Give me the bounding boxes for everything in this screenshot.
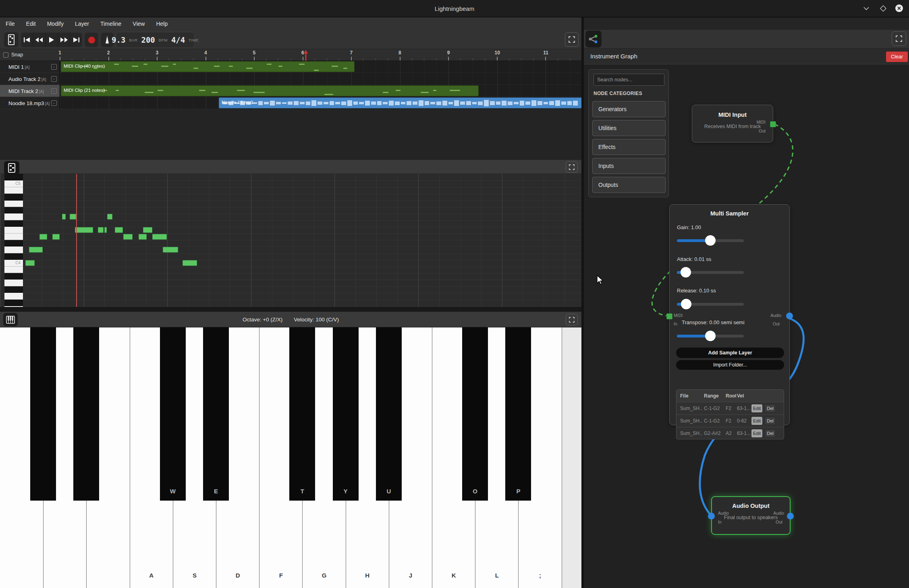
piano-roll-mode-button[interactable] bbox=[4, 161, 19, 175]
mini-black-key[interactable] bbox=[4, 220, 23, 227]
black-key-5[interactable]: E bbox=[203, 327, 229, 501]
mini-black-key[interactable] bbox=[4, 273, 23, 280]
black-key-7[interactable]: T bbox=[289, 327, 315, 501]
edit-button[interactable]: Edit bbox=[751, 429, 762, 437]
gain-slider[interactable] bbox=[677, 239, 744, 242]
midi-note[interactable] bbox=[39, 234, 47, 240]
midi-note[interactable] bbox=[75, 227, 93, 233]
track-mute-checkbox[interactable]: - bbox=[51, 64, 57, 70]
mini-black-key[interactable] bbox=[4, 240, 23, 246]
black-key-2[interactable] bbox=[73, 327, 99, 501]
midi-note[interactable] bbox=[152, 234, 167, 240]
piano-roll-expand-button[interactable] bbox=[566, 161, 578, 173]
import-folder-button[interactable]: Import Folder... bbox=[676, 360, 784, 370]
menu-item-edit[interactable]: Edit bbox=[21, 17, 42, 31]
delete-button[interactable]: Del bbox=[765, 429, 776, 437]
mini-white-key[interactable] bbox=[4, 280, 23, 286]
track-row-3[interactable]: MIDI Track 2[A]- bbox=[0, 85, 60, 97]
delete-button[interactable]: Del bbox=[765, 417, 776, 425]
midi-note[interactable] bbox=[139, 234, 147, 240]
mini-white-key[interactable]: C5 bbox=[4, 180, 23, 187]
menu-item-view[interactable]: View bbox=[127, 17, 150, 31]
track-mute-checkbox[interactable]: - bbox=[51, 100, 57, 106]
midi-note[interactable] bbox=[98, 227, 104, 233]
midi-note[interactable] bbox=[70, 214, 76, 219]
mini-black-key[interactable] bbox=[4, 194, 23, 200]
midi-note[interactable] bbox=[62, 214, 66, 219]
piano-roll-keys[interactable]: C5C4 bbox=[4, 174, 23, 307]
timeline-mode-button[interactable] bbox=[4, 32, 19, 47]
audio-out-port[interactable] bbox=[786, 313, 793, 319]
audio-in-port[interactable] bbox=[708, 513, 715, 520]
black-key-1[interactable] bbox=[30, 327, 56, 501]
timeline-expand-button[interactable] bbox=[565, 32, 579, 47]
mini-white-key[interactable] bbox=[4, 306, 23, 307]
mini-black-key[interactable] bbox=[4, 174, 23, 180]
mini-white-key[interactable] bbox=[4, 213, 23, 220]
midi-note[interactable] bbox=[52, 234, 60, 240]
midi-note[interactable] bbox=[123, 234, 133, 240]
mini-white-key[interactable] bbox=[4, 227, 23, 233]
black-key-4[interactable]: W bbox=[160, 327, 186, 501]
track-row-1[interactable]: MIDI 1[A]- bbox=[0, 61, 60, 73]
node-midi-input[interactable]: MIDI Input Receives MIDI from track MIDI… bbox=[692, 105, 773, 143]
midi-note[interactable] bbox=[29, 247, 43, 253]
mini-black-key[interactable] bbox=[4, 207, 23, 213]
black-key-8[interactable]: Y bbox=[333, 327, 359, 501]
attack-slider[interactable] bbox=[677, 271, 744, 274]
black-key-11[interactable]: O bbox=[462, 327, 488, 501]
track-row-4[interactable]: Noodle 18.mp3[A]- bbox=[0, 97, 60, 109]
transpose-slider[interactable] bbox=[677, 335, 744, 337]
delete-button[interactable]: Del bbox=[765, 404, 776, 412]
track-row-2[interactable]: Audio Track 2[A]- bbox=[0, 73, 60, 85]
menu-item-file[interactable]: File bbox=[0, 17, 21, 31]
mini-black-key[interactable] bbox=[4, 286, 23, 293]
white-key-14[interactable] bbox=[562, 327, 581, 588]
add-sample-layer-button[interactable]: Add Sample Layer bbox=[676, 348, 784, 358]
rewind-button[interactable] bbox=[33, 33, 46, 47]
black-key-9[interactable]: U bbox=[376, 327, 402, 501]
skip-start-button[interactable] bbox=[21, 33, 33, 47]
midi-note[interactable] bbox=[115, 227, 123, 233]
edit-button[interactable]: Edit bbox=[751, 417, 762, 425]
mini-white-key[interactable] bbox=[4, 187, 23, 194]
midi-note[interactable] bbox=[107, 214, 112, 219]
playhead-marker[interactable] bbox=[303, 49, 309, 61]
edit-button[interactable]: Edit bbox=[751, 404, 762, 412]
black-key-12[interactable]: P bbox=[505, 327, 531, 501]
mini-black-key[interactable] bbox=[4, 253, 23, 260]
menu-item-help[interactable]: Help bbox=[150, 17, 173, 31]
maximize-icon[interactable] bbox=[879, 4, 887, 12]
mini-white-key[interactable] bbox=[4, 267, 23, 273]
clip-audio-3[interactable]: Noodle 18.mp3 bbox=[219, 97, 582, 108]
mini-white-key[interactable]: C4 bbox=[4, 260, 23, 266]
track-mute-checkbox[interactable]: - bbox=[51, 76, 57, 82]
fast-forward-button[interactable] bbox=[58, 33, 71, 47]
piano-roll-grid[interactable]: C5C4 bbox=[0, 174, 581, 307]
menu-item-layer[interactable]: Layer bbox=[69, 17, 95, 31]
track-lane-2[interactable] bbox=[60, 73, 582, 85]
play-button[interactable] bbox=[46, 33, 58, 47]
midi-note[interactable] bbox=[163, 247, 178, 253]
midi-note[interactable] bbox=[25, 260, 35, 266]
mini-white-key[interactable] bbox=[4, 234, 23, 240]
virtual-keyboard[interactable]: ASDFGHJKL;WETYUOP bbox=[0, 327, 581, 588]
menu-item-timeline[interactable]: Timeline bbox=[95, 17, 127, 31]
midi-in-port[interactable] bbox=[666, 313, 672, 319]
clip-midi-2[interactable]: MIDI Clip (21 notes) bbox=[61, 85, 479, 96]
menu-item-modify[interactable]: Modify bbox=[42, 17, 69, 31]
mini-white-key[interactable] bbox=[4, 246, 23, 253]
midi-note[interactable] bbox=[104, 227, 107, 233]
midi-out-port[interactable] bbox=[770, 121, 776, 127]
midi-note[interactable] bbox=[143, 227, 152, 233]
minimize-icon[interactable] bbox=[862, 4, 870, 12]
track-mute-checkbox[interactable]: - bbox=[51, 88, 57, 94]
mini-white-key[interactable] bbox=[4, 293, 23, 299]
timeline-ruler[interactable]: Snap 1234567891011 bbox=[0, 49, 581, 61]
close-icon[interactable] bbox=[895, 4, 903, 12]
timeline-empty-area[interactable] bbox=[0, 109, 581, 160]
clip-midi-1[interactable]: MIDI Clip (40 notes) bbox=[61, 61, 355, 72]
keyboard-mode-button[interactable] bbox=[3, 313, 18, 326]
timeline-lanes[interactable]: MIDI Clip (40 notes)MIDI Clip (21 notes)… bbox=[60, 61, 581, 109]
audio-out-port[interactable] bbox=[787, 513, 794, 520]
